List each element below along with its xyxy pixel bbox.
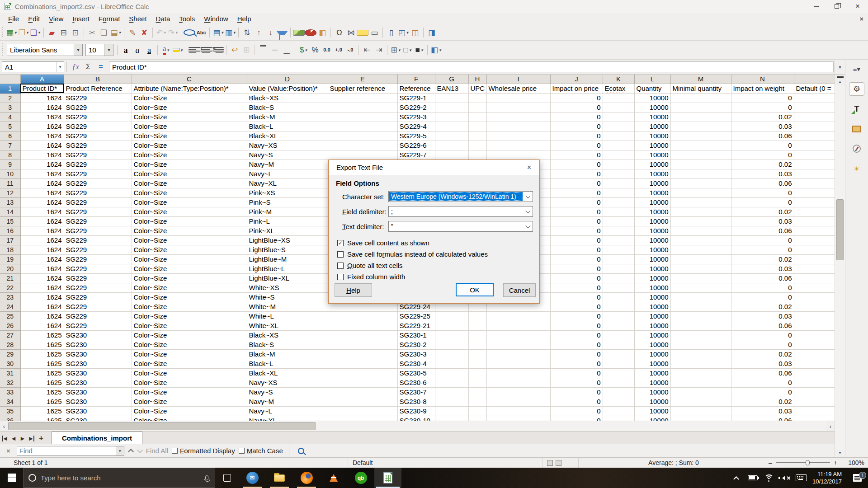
cell[interactable]: Navy~S <box>247 387 328 397</box>
cell[interactable]: SG230-4 <box>397 359 435 368</box>
cell[interactable] <box>603 254 634 264</box>
cut-icon[interactable]: ✂ <box>86 27 98 38</box>
cell[interactable] <box>486 406 550 416</box>
cell[interactable]: 10000 <box>634 235 670 245</box>
font-name-combo[interactable]: Liberation Sans ▾ <box>7 44 83 56</box>
cell[interactable]: Color~Size <box>132 387 247 397</box>
row-header-9[interactable]: 9 <box>0 160 20 169</box>
add-sheet-button[interactable]: + <box>36 433 46 444</box>
sort-descending-icon[interactable]: ↓ <box>264 27 276 38</box>
cell[interactable]: 0 <box>550 387 603 397</box>
cell[interactable] <box>670 178 731 188</box>
cell[interactable] <box>328 93 397 103</box>
cell[interactable] <box>486 340 550 349</box>
cell[interactable] <box>486 141 550 150</box>
cell[interactable] <box>794 292 835 302</box>
cell[interactable] <box>486 330 550 340</box>
cell[interactable]: 0 <box>731 330 794 340</box>
cell[interactable] <box>794 321 835 330</box>
taskbar-app-firefox[interactable] <box>293 468 320 488</box>
align-right-icon[interactable] <box>212 47 224 53</box>
cell[interactable] <box>794 103 835 112</box>
cell[interactable]: 0 <box>550 112 603 122</box>
row-header-34[interactable]: 34 <box>0 397 20 406</box>
quote-all-text-cells-checkbox[interactable]: Quote all text cells <box>337 260 539 271</box>
hyperlink-icon[interactable]: ⋈ <box>345 27 357 38</box>
row-header-3[interactable]: 3 <box>0 103 20 112</box>
cell[interactable]: SG230-7 <box>397 387 435 397</box>
row-header-4[interactable]: 4 <box>0 112 20 122</box>
cell[interactable]: Navy~L <box>247 169 328 178</box>
menu-insert[interactable]: Insert <box>68 14 94 24</box>
cell[interactable]: Black~XL <box>247 131 328 141</box>
cell[interactable]: Navy~XL <box>247 416 328 421</box>
cell[interactable] <box>794 254 835 264</box>
cell[interactable] <box>435 406 468 416</box>
checkbox-icon[interactable] <box>337 263 344 269</box>
cell[interactable] <box>435 359 468 368</box>
row-header-22[interactable]: 22 <box>0 283 20 292</box>
row-header-12[interactable]: 12 <box>0 188 20 197</box>
taskbar-app-vlc-cone[interactable] <box>320 468 347 488</box>
cell[interactable]: SG229 <box>64 178 132 188</box>
name-box[interactable]: A1 ▾ <box>2 61 64 72</box>
cell[interactable] <box>468 378 486 387</box>
cell[interactable]: 0.06 <box>731 368 794 378</box>
cell[interactable]: Color~Size <box>132 264 247 273</box>
cell[interactable] <box>670 103 731 112</box>
cell[interactable] <box>486 368 550 378</box>
chevron-down-icon[interactable] <box>523 206 533 216</box>
cell[interactable]: 1624 <box>20 112 64 122</box>
cell[interactable]: Color~Size <box>132 226 247 235</box>
menu-file[interactable]: File <box>4 14 24 24</box>
special-character-icon[interactable]: Ω <box>333 27 345 38</box>
cell[interactable]: Color~Size <box>132 349 247 359</box>
cell[interactable] <box>435 416 468 421</box>
column-header-M[interactable]: M <box>670 75 731 84</box>
cell[interactable] <box>486 359 550 368</box>
cell[interactable] <box>603 103 634 112</box>
cell[interactable] <box>468 321 486 330</box>
cell[interactable]: Color~Size <box>132 235 247 245</box>
checkbox-icon[interactable] <box>337 251 344 258</box>
merge-cells-icon[interactable]: ⊞ <box>241 44 252 56</box>
toolbar-grip[interactable] <box>1 27 4 38</box>
cell[interactable] <box>468 150 486 160</box>
zoom-out-button[interactable]: – <box>769 459 772 466</box>
cell[interactable]: 10000 <box>634 397 670 406</box>
cell[interactable] <box>435 122 468 131</box>
h-scroll-thumb[interactable] <box>8 422 316 430</box>
cell[interactable]: SG229 <box>64 292 132 302</box>
column-header-A[interactable]: A <box>20 75 64 84</box>
menu-help[interactable]: Help <box>233 14 256 24</box>
cell[interactable]: 10000 <box>634 169 670 178</box>
cell[interactable]: Reference <box>397 84 435 93</box>
insert-column-icon[interactable]: ▥▾ <box>224 27 236 38</box>
menu-window[interactable]: Window <box>199 14 232 24</box>
cell[interactable] <box>603 207 634 216</box>
cell[interactable] <box>468 340 486 349</box>
cell[interactable]: 0.02 <box>731 112 794 122</box>
sidebar-navigator-icon[interactable] <box>849 142 864 155</box>
cell[interactable] <box>486 378 550 387</box>
cell[interactable]: Color~Size <box>132 273 247 283</box>
menu-edit[interactable]: Edit <box>24 14 44 24</box>
column-header-H[interactable]: H <box>468 75 486 84</box>
cell[interactable] <box>670 378 731 387</box>
cell[interactable]: 0 <box>731 340 794 349</box>
cell[interactable]: 10000 <box>634 188 670 197</box>
cell[interactable]: Color~Size <box>132 311 247 321</box>
cell[interactable] <box>435 112 468 122</box>
cell[interactable] <box>603 321 634 330</box>
cell[interactable]: 10000 <box>634 122 670 131</box>
row-header-1[interactable]: 1 <box>0 84 20 93</box>
cell[interactable] <box>603 387 634 397</box>
cell[interactable]: 0.06 <box>731 416 794 421</box>
cell[interactable]: 0 <box>550 93 603 103</box>
cell[interactable]: 1624 <box>20 235 64 245</box>
cell[interactable]: 0 <box>550 207 603 216</box>
chevron-down-icon[interactable] <box>523 192 533 202</box>
cell[interactable] <box>328 349 397 359</box>
cell[interactable]: 0 <box>550 273 603 283</box>
row-header-29[interactable]: 29 <box>0 349 20 359</box>
